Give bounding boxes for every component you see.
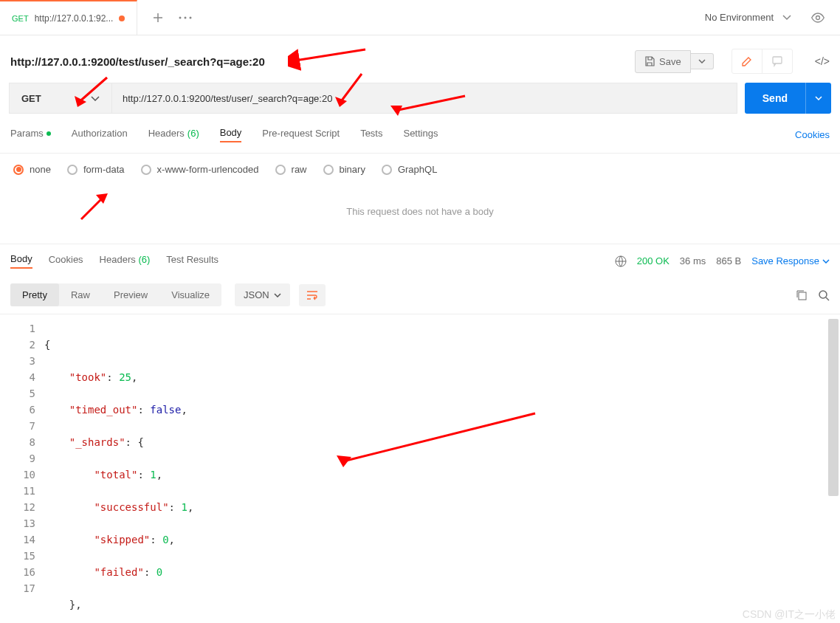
search-icon[interactable] — [818, 289, 830, 301]
radio-icon — [141, 165, 151, 175]
svg-point-1 — [185, 16, 187, 18]
save-icon — [644, 56, 655, 66]
url-input[interactable] — [112, 83, 737, 114]
svg-point-0 — [179, 16, 182, 18]
view-pretty[interactable]: Pretty — [10, 283, 59, 306]
resp-tab-test-results[interactable]: Test Results — [166, 254, 218, 268]
response-size: 865 B — [716, 255, 741, 266]
status-code: 200 OK — [637, 255, 669, 266]
body-type-raw[interactable]: raw — [275, 164, 307, 175]
tab-more-icon[interactable] — [179, 16, 192, 19]
chevron-down-icon[interactable] — [782, 15, 791, 21]
tab-title: http://127.0.0.1:92... — [35, 13, 114, 24]
tab-params[interactable]: Params — [10, 128, 51, 142]
radio-icon — [382, 165, 392, 175]
tab-prerequest[interactable]: Pre-request Script — [262, 128, 340, 142]
save-button-label: Save — [659, 56, 681, 67]
format-select[interactable]: JSON — [235, 283, 290, 306]
wrap-lines-icon[interactable] — [299, 284, 326, 306]
view-visualize[interactable]: Visualize — [159, 283, 221, 306]
environment-label[interactable]: No Environment — [705, 12, 774, 23]
code-content: { "took": 25, "timed_out": false, "_shar… — [44, 314, 840, 623]
scrollbar[interactable] — [828, 319, 839, 496]
save-response-button[interactable]: Save Response — [751, 255, 830, 266]
new-tab-plus-icon[interactable] — [152, 12, 164, 24]
params-indicator-icon — [47, 131, 51, 136]
body-type-urlencoded[interactable]: x-www-form-urlencoded — [141, 164, 259, 175]
cookies-link[interactable]: Cookies — [795, 129, 830, 140]
code-toggle-icon[interactable]: </> — [815, 55, 830, 67]
body-type-binary[interactable]: binary — [323, 164, 365, 175]
save-dropdown[interactable] — [691, 53, 714, 69]
method-value: GET — [21, 93, 41, 104]
body-type-none[interactable]: none — [13, 164, 51, 175]
save-button[interactable]: Save — [635, 50, 691, 73]
edit-icon[interactable] — [732, 49, 762, 73]
line-gutter: 1234567891011121314151617 — [0, 314, 44, 623]
tab-headers[interactable]: Headers (6) — [148, 128, 199, 142]
unsaved-dot-icon — [119, 16, 125, 21]
env-preview-icon[interactable] — [810, 13, 825, 23]
copy-icon[interactable] — [796, 289, 808, 301]
view-raw[interactable]: Raw — [59, 283, 102, 306]
send-dropdown[interactable] — [805, 83, 831, 114]
resp-tab-cookies[interactable]: Cookies — [49, 254, 83, 268]
response-time: 36 ms — [680, 255, 706, 266]
radio-icon — [67, 165, 78, 175]
svg-rect-4 — [773, 57, 782, 63]
tab-method: GET — [12, 14, 29, 23]
tab-authorization[interactable]: Authorization — [72, 128, 128, 142]
resp-tab-headers[interactable]: Headers (6) — [100, 254, 151, 268]
resp-tab-body[interactable]: Body — [10, 253, 32, 269]
body-type-form-data[interactable]: form-data — [67, 164, 125, 175]
chevron-down-icon — [91, 96, 100, 101]
radio-icon — [13, 165, 24, 175]
tab-body[interactable]: Body — [220, 127, 242, 142]
svg-point-7 — [819, 291, 827, 298]
send-button[interactable]: Send — [745, 83, 805, 114]
method-select[interactable]: GET — [9, 83, 112, 114]
globe-icon[interactable] — [615, 255, 627, 267]
tab-tests[interactable]: Tests — [360, 128, 382, 142]
tab-settings[interactable]: Settings — [403, 128, 438, 142]
comment-icon[interactable] — [762, 49, 792, 73]
watermark: CSDN @IT之一小佬 — [743, 608, 836, 622]
radio-icon — [323, 165, 334, 175]
no-body-message: This request does not have a body — [0, 185, 840, 244]
svg-point-2 — [190, 16, 192, 18]
body-type-graphql[interactable]: GraphQL — [382, 164, 437, 175]
svg-point-3 — [816, 16, 820, 19]
request-tab[interactable]: GET http://127.0.0.1:92... — [0, 0, 137, 35]
request-title: http://127.0.0.1:9200/test/user/_search?… — [10, 55, 265, 68]
svg-rect-6 — [799, 292, 806, 300]
radio-icon — [275, 165, 286, 175]
response-body-code[interactable]: 1234567891011121314151617 { "took": 25, … — [0, 314, 840, 623]
view-preview[interactable]: Preview — [102, 283, 159, 306]
